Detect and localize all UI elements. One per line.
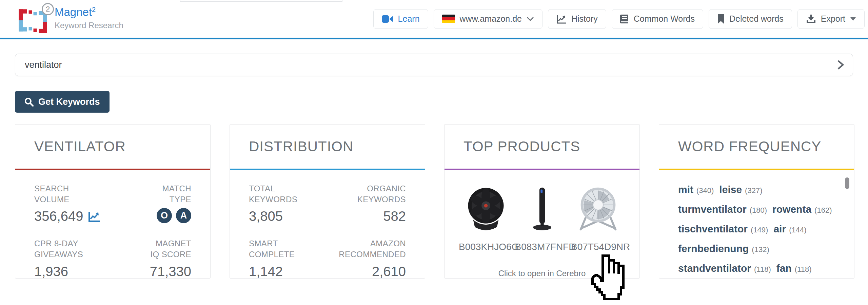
word-count: (162) (814, 206, 832, 214)
product-image-tower-fan (515, 186, 569, 233)
product-tile[interactable]: B07T54D9NR (571, 186, 625, 252)
word-row: standventilator(118)fan(118) (678, 259, 845, 279)
learn-button[interactable]: Learn (373, 9, 428, 29)
card-keyword-ventilator: VENTILATOR SEARCH VOLUME 356,649 (15, 124, 211, 279)
stat-label-line: GIVEAWAYS (34, 249, 113, 260)
get-keywords-button[interactable]: Get Keywords (15, 91, 110, 113)
search-volume-value: 356,649 (34, 209, 83, 224)
product-image-chrome-floor-fan (571, 186, 625, 233)
keyword-search-input[interactable] (15, 54, 853, 76)
product-tile[interactable]: B003KHJO6G (459, 186, 513, 252)
export-button[interactable]: Export (797, 9, 865, 29)
stat-label-line: MAGNET (113, 238, 192, 249)
word-frequency-list: mit(340)leise(327) turmventilator(180)ro… (659, 170, 854, 279)
word-count: (149) (751, 226, 768, 234)
product-tile[interactable]: B083M7FNFD (515, 186, 569, 252)
video-camera-icon (382, 15, 393, 23)
match-type-badge-organic: O (157, 208, 172, 223)
stat-label-line: TOTAL (249, 183, 328, 194)
word-count: (144) (789, 226, 806, 234)
top-products-row: B003KHJO6G B083M7FNFD (445, 183, 639, 252)
chevron-right-icon[interactable] (837, 59, 844, 70)
card-title-word-frequency: WORD FREQUENCY (659, 125, 854, 169)
app-header: 2 Magnet2 Keyword Research Learn www.ama… (0, 0, 868, 39)
titles: Magnet2 Keyword Research (55, 4, 123, 30)
stat-label-line: COMPLETE (249, 249, 328, 260)
word: fernbedienung (678, 243, 749, 254)
word: rowenta (772, 204, 811, 215)
stat-label-line: SEARCH (34, 183, 113, 194)
word-row: fernbedienung(132) (678, 240, 845, 259)
chevron-down-icon (527, 17, 534, 21)
word: mit (678, 184, 693, 195)
keyword-search-row (15, 54, 853, 76)
stat-search-volume: SEARCH VOLUME 356,649 (34, 183, 113, 224)
word: leise (719, 184, 742, 195)
stat-smart-complete: SMART COMPLETE 1,142 (249, 238, 328, 279)
card-title-distribution: DISTRIBUTION (230, 125, 425, 169)
word-row: mit(340)leise(327) (678, 180, 845, 200)
common-words-button[interactable]: Common Words (612, 9, 703, 29)
logo-count-badge: 2 (42, 3, 54, 15)
stat-value: 1,142 (249, 264, 328, 279)
mouse-cursor-pointer (588, 254, 628, 302)
word-count: (340) (696, 186, 714, 195)
history-chart-icon (556, 14, 567, 24)
stat-label: TOTAL KEYWORDS (249, 183, 328, 205)
stat-organic-keywords: ORGANIC KEYWORDS 582 (328, 183, 406, 224)
header-actions: Learn www.amazon.de History (373, 9, 865, 29)
amazon-recommended-value: 2,610 (372, 264, 406, 279)
word: air (773, 223, 786, 234)
marketplace-label: www.amazon.de (460, 14, 522, 24)
product-asin: B07T54D9NR (571, 242, 625, 252)
word-count: (180) (750, 206, 767, 214)
stat-label-line: ORGANIC (328, 183, 406, 194)
stat-value: 71,330 (113, 264, 192, 279)
deleted-words-label: Deleted words (729, 14, 784, 24)
stat-label-line: MATCH (113, 183, 192, 194)
page-title-text: Magnet (55, 6, 92, 18)
history-button-label: History (571, 14, 598, 24)
stat-label-line: KEYWORDS (249, 194, 328, 205)
learn-button-label: Learn (398, 14, 420, 24)
history-button[interactable]: History (548, 9, 606, 29)
caret-down-icon (850, 17, 856, 21)
product-asin: B003KHJO6G (459, 242, 513, 252)
book-icon (620, 14, 629, 24)
brand: 2 Magnet2 Keyword Research (19, 4, 123, 34)
stat-label-line: RECOMMENDED (328, 249, 406, 260)
scrollbar-thumb[interactable] (845, 177, 849, 189)
word-count: (327) (745, 186, 762, 195)
card-title-ventilator: VENTILATOR (15, 125, 210, 169)
product-asin: B083M7FNFD (515, 242, 569, 252)
product-image-black-round-fan (459, 186, 513, 233)
stat-label: CPR 8-DAY GIVEAWAYS (34, 238, 113, 260)
stat-label: AMAZON RECOMMENDED (328, 238, 406, 260)
stat-label: SEARCH VOLUME (34, 183, 113, 205)
summary-cards: VENTILATOR SEARCH VOLUME 356,649 (15, 124, 854, 279)
stat-label: MATCH TYPE (113, 183, 192, 205)
get-keywords-label: Get Keywords (38, 97, 100, 107)
word: fan (776, 263, 792, 274)
stat-value: 3,805 (249, 209, 328, 224)
word-row: tischventilator(149)air(144) (678, 220, 845, 240)
page-title: Magnet2 (55, 6, 123, 18)
trend-chart-icon[interactable] (88, 211, 100, 222)
stat-label-line: SMART (249, 238, 328, 249)
page-subtitle: Keyword Research (55, 21, 123, 30)
stat-label: SMART COMPLETE (249, 238, 328, 260)
cpr-value: 1,936 (34, 264, 68, 279)
page-title-sup: 2 (92, 6, 96, 13)
word-row: turmventilator(180)rowenta(162) (678, 200, 845, 220)
germany-flag-icon (442, 15, 455, 23)
download-icon (806, 14, 816, 24)
card-title-top-products: TOP PRODUCTS (445, 125, 639, 169)
word: standventilator (678, 263, 751, 274)
stat-value: 356,649 (34, 209, 113, 224)
deleted-words-button[interactable]: Deleted words (709, 9, 792, 29)
marketplace-selector[interactable]: www.amazon.de (434, 9, 542, 29)
word-count: (118) (795, 265, 812, 273)
stat-value: 582 (328, 209, 406, 224)
stat-label-line: TYPE (113, 194, 192, 205)
stat-label-line: IQ SCORE (113, 249, 192, 260)
